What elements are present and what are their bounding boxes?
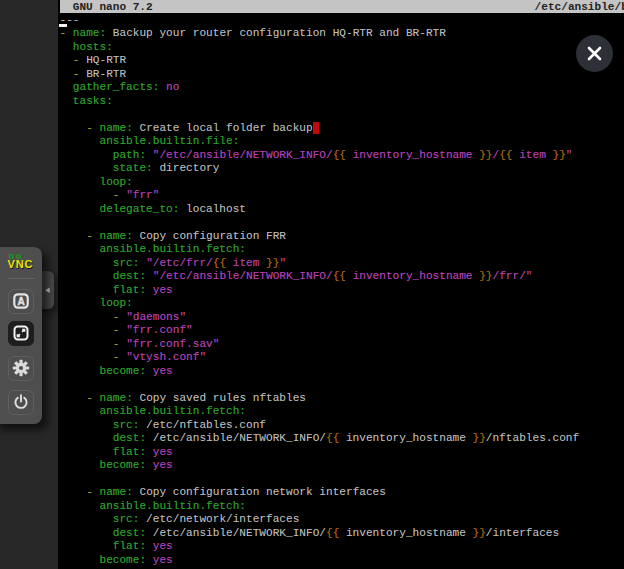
svg-text:A: A: [18, 296, 25, 307]
